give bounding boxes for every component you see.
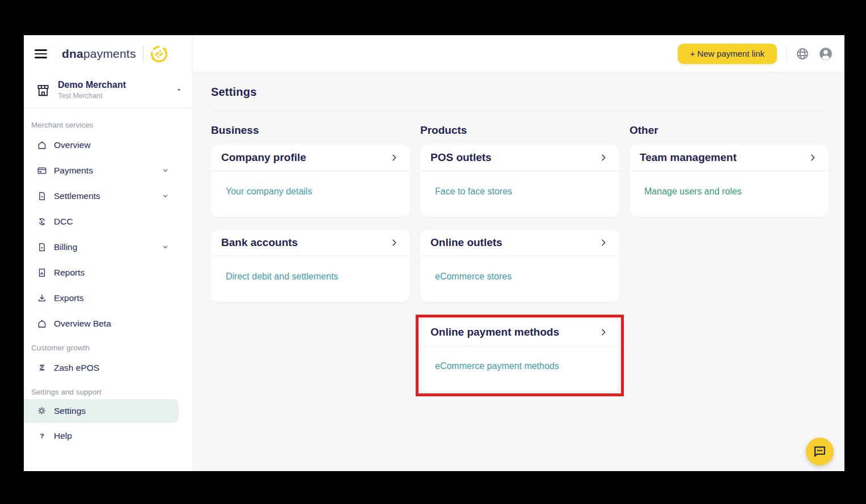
- ecommerce-payment-methods-link[interactable]: eCommerce payment methods: [435, 361, 559, 371]
- company-details-link[interactable]: Your company details: [226, 187, 312, 196]
- sidebar-item-reports[interactable]: Reports: [24, 260, 192, 285]
- topbar-divider: [786, 46, 787, 61]
- brand-logo: dnapayments: [62, 47, 136, 61]
- chat-support-button[interactable]: [806, 438, 834, 465]
- column-other: Other Team management Manage users and r…: [630, 124, 829, 230]
- hamburger-menu-icon[interactable]: [35, 49, 47, 58]
- card-title: Online outlets: [430, 236, 502, 249]
- svg-text:?: ?: [40, 432, 44, 439]
- card-online-payment-methods: Online payment methods eCommerce payment…: [420, 319, 619, 392]
- manage-users-roles-link[interactable]: Manage users and roles: [644, 187, 742, 196]
- card-title: Team management: [640, 151, 737, 164]
- sidebar-item-label: Settings: [54, 406, 86, 416]
- sidebar-item-settings[interactable]: Settings: [24, 399, 179, 423]
- page-title: Settings: [211, 86, 829, 99]
- merchant-selector[interactable]: Demo Merchant Test Merchant: [36, 80, 182, 100]
- document-icon: [37, 191, 47, 201]
- chevron-right-icon: [808, 153, 817, 162]
- nav-section-settings-support: Settings and support: [31, 388, 192, 396]
- card-header[interactable]: Team management: [630, 145, 829, 171]
- card-header[interactable]: Company profile: [211, 145, 410, 171]
- sidebar-item-label: Overview: [54, 140, 91, 150]
- chevron-right-icon: [599, 238, 608, 247]
- currency-exchange-icon: £: [37, 217, 47, 227]
- card-title: Online payment methods: [430, 326, 559, 338]
- face-to-face-stores-link[interactable]: Face to face stores: [435, 187, 512, 196]
- card-company-profile: Company profile Your company details: [211, 145, 410, 217]
- user-account-button[interactable]: [818, 46, 833, 61]
- svg-text:£: £: [41, 219, 44, 224]
- language-globe-button[interactable]: [796, 47, 809, 61]
- svg-text:Z: Z: [40, 363, 44, 372]
- brand-logo-rest: payments: [83, 47, 136, 60]
- caret-down-icon: [176, 87, 182, 93]
- sidebar-item-label: DCC: [54, 217, 73, 227]
- chevron-down-icon: [162, 243, 169, 251]
- sidebar-item-zash-epos[interactable]: Z Zash ePOS: [24, 355, 192, 380]
- sidebar-item-label: Overview Beta: [54, 319, 111, 329]
- sidebar-item-label: Help: [54, 431, 72, 441]
- sidebar-item-label: Billing: [54, 242, 77, 252]
- card-body: Your company details: [211, 171, 410, 217]
- card-header[interactable]: Bank accounts: [211, 230, 410, 256]
- direct-debit-link[interactable]: Direct debit and settlements: [226, 272, 338, 281]
- red-highlight-box: Online payment methods eCommerce payment…: [416, 315, 624, 396]
- chevron-right-icon: [599, 153, 608, 162]
- gear-icon: [37, 406, 47, 416]
- nav-section-merchant-services: Merchant services: [31, 121, 192, 129]
- sidebar-item-label: Zash ePOS: [54, 363, 99, 373]
- card-title: POS outlets: [430, 151, 492, 164]
- topbar: + New payment link: [193, 35, 844, 73]
- card-team-management: Team management Manage users and roles: [630, 145, 829, 217]
- column-products: Products POS outlets Face to face stores…: [420, 124, 619, 404]
- content-divider: [211, 111, 828, 111]
- download-icon: [37, 293, 47, 303]
- card-bank-accounts: Bank accounts Direct debit and settlemen…: [211, 230, 410, 302]
- home-icon: [37, 319, 47, 329]
- card-icon: [37, 166, 47, 176]
- merchant-subtitle: Test Merchant: [58, 92, 126, 100]
- chat-bubble-icon: [812, 444, 827, 459]
- new-payment-link-button[interactable]: + New payment link: [678, 44, 777, 64]
- sidebar-item-billing[interactable]: Billing: [24, 234, 192, 260]
- sidebar: dnapayments: [24, 35, 193, 471]
- chevron-right-icon: [390, 238, 399, 247]
- sidebar-item-exports[interactable]: Exports: [24, 285, 192, 311]
- sidebar-item-label: Payments: [54, 166, 93, 176]
- column-title: Other: [630, 124, 829, 137]
- sidebar-item-overview-beta[interactable]: Overview Beta: [24, 311, 192, 336]
- chevron-right-icon: [599, 328, 608, 337]
- merchant-name: Demo Merchant: [58, 80, 126, 90]
- column-title: Products: [420, 124, 619, 137]
- card-body: Manage users and roles: [630, 171, 829, 217]
- app-window: dnapayments: [24, 35, 844, 471]
- card-header[interactable]: POS outlets: [420, 145, 619, 171]
- document-icon: [37, 242, 47, 252]
- zash-icon: Z: [37, 363, 47, 373]
- card-header[interactable]: Online outlets: [420, 230, 619, 256]
- column-business: Business Company profile Your company de…: [211, 124, 410, 315]
- settings-grid: Business Company profile Your company de…: [211, 124, 829, 404]
- sidebar-item-dcc[interactable]: £ DCC: [24, 209, 192, 234]
- card-header[interactable]: Online payment methods: [420, 319, 619, 346]
- card-body: eCommerce stores: [420, 256, 619, 302]
- column-title: Business: [211, 124, 410, 137]
- merchant-text: Demo Merchant Test Merchant: [58, 80, 126, 100]
- card-title: Bank accounts: [221, 236, 298, 249]
- sidebar-item-settlements[interactable]: Settlements: [24, 183, 192, 209]
- chevron-down-icon: [162, 192, 169, 200]
- sidebar-item-payments[interactable]: Payments: [24, 158, 192, 183]
- logo-row: dnapayments: [24, 35, 192, 73]
- brand-emblem-icon: [150, 45, 168, 63]
- sidebar-item-label: Reports: [54, 268, 85, 278]
- sidebar-item-overview[interactable]: Overview: [24, 132, 192, 158]
- globe-icon: [796, 47, 809, 61]
- ecommerce-stores-link[interactable]: eCommerce stores: [435, 272, 512, 281]
- card-body: Direct debit and settlements: [211, 256, 410, 302]
- card-online-outlets: Online outlets eCommerce stores: [420, 230, 619, 302]
- card-body: eCommerce payment methods: [420, 346, 619, 392]
- chevron-right-icon: [390, 153, 399, 162]
- sidebar-nav: Merchant services Overview Payments Sett…: [24, 109, 192, 448]
- sidebar-item-help[interactable]: ? Help: [24, 423, 192, 448]
- logo-divider: [143, 45, 143, 62]
